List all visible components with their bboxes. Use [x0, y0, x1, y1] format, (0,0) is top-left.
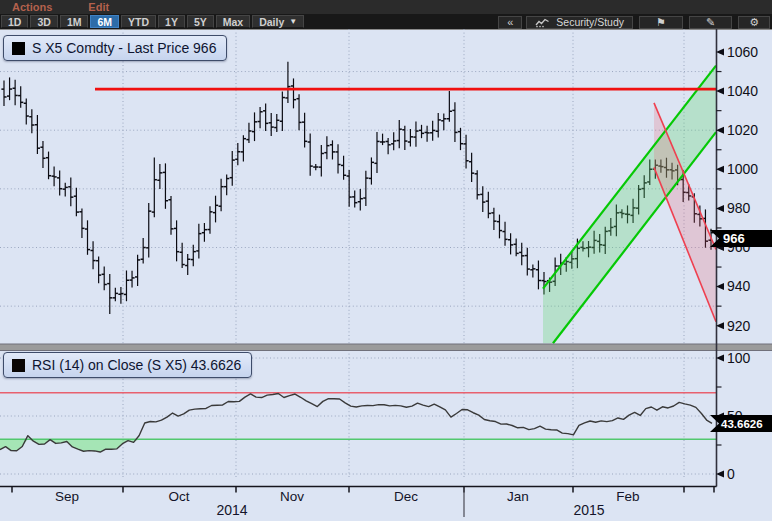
range-1y-button[interactable]: 1Y: [158, 15, 185, 28]
last-price-badge: 966: [710, 230, 772, 247]
panel-divider: [0, 344, 772, 351]
price-legend[interactable]: S X5 Comdty - Last Price 966: [3, 35, 227, 61]
collapse-panel-button[interactable]: «: [498, 16, 522, 29]
chevrons-left-icon: «: [507, 16, 513, 28]
mini-chart-icon: [535, 17, 550, 28]
price-tick-label: 1000: [727, 161, 758, 177]
price-tick-label: 1060: [727, 44, 758, 60]
month-label: Feb: [616, 489, 639, 504]
toolbar: 1D 3D 1M 6M YTD 1Y 5Y Max Daily ▼ « Secu…: [0, 14, 772, 29]
flag-icon: ⚑: [656, 16, 666, 28]
year-label: 2015: [573, 502, 604, 518]
price-legend-label: S X5 Comdty - Last Price 966: [32, 40, 216, 56]
price-tick-label: 1020: [727, 122, 758, 138]
price-tick-label: 940: [727, 278, 751, 294]
price-tick-label: 0: [727, 466, 735, 482]
range-5y-button[interactable]: 5Y: [187, 15, 214, 28]
month-label: Oct: [168, 489, 189, 504]
rsi-value-badge: 43.6626: [710, 415, 772, 432]
range-max-button[interactable]: Max: [216, 15, 250, 28]
range-1m-button[interactable]: 1M: [60, 15, 89, 28]
menu-bar: Actions Edit: [0, 0, 772, 14]
chevron-down-icon: ▼: [289, 16, 297, 28]
range-buttons: 1D 3D 1M 6M YTD 1Y 5Y Max Daily ▼: [0, 14, 305, 29]
period-label: Daily: [259, 16, 284, 28]
series-swatch-icon: [12, 42, 25, 55]
range-1d-button[interactable]: 1D: [1, 15, 28, 28]
range-3d-button[interactable]: 3D: [30, 15, 57, 28]
price-tick-label: 920: [727, 318, 751, 334]
pencil-icon: ✎: [706, 16, 715, 28]
price-tick-label: 1040: [727, 83, 758, 99]
menu-actions[interactable]: Actions: [12, 0, 52, 14]
chart-window: Actions Edit 1D 3D 1M 6M YTD 1Y 5Y Max D…: [0, 0, 772, 521]
chart-canvas: 1060104010201000980960940920100500SepOct…: [0, 0, 772, 521]
gear-icon: ⚙: [749, 16, 759, 28]
range-ytd-button[interactable]: YTD: [121, 15, 156, 28]
security-study-button[interactable]: Security/Study: [526, 16, 633, 29]
menu-edit[interactable]: Edit: [88, 0, 109, 14]
period-dropdown[interactable]: Daily ▼: [252, 15, 304, 28]
annotate-button[interactable]: ✎: [689, 16, 732, 29]
settings-button[interactable]: ⚙: [738, 16, 770, 29]
month-label: Nov: [280, 489, 304, 504]
month-label: Jan: [507, 489, 529, 504]
rsi-swatch-icon: [12, 359, 25, 372]
rsi-legend[interactable]: RSI (14) on Close (S X5) 43.6626: [3, 352, 252, 378]
flag-button[interactable]: ⚑: [639, 16, 683, 29]
price-tick-label: 100: [727, 350, 751, 366]
range-6m-button[interactable]: 6M: [90, 15, 119, 28]
month-label: Dec: [394, 489, 418, 504]
month-label: Sep: [55, 489, 79, 504]
price-panel[interactable]: [0, 29, 716, 344]
security-study-label: Security/Study: [556, 16, 624, 28]
price-tick-label: 980: [727, 200, 751, 216]
rsi-legend-label: RSI (14) on Close (S X5) 43.6626: [32, 357, 241, 373]
year-label: 2014: [216, 502, 247, 518]
